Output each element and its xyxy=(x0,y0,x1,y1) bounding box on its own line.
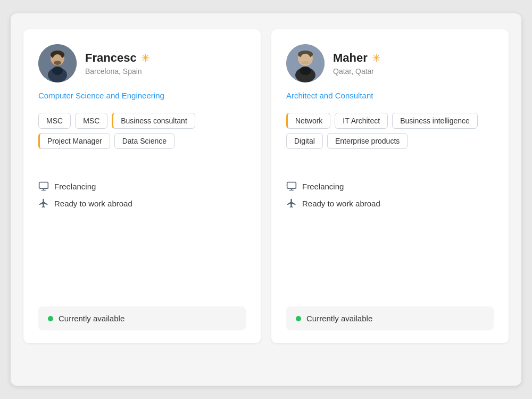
tag-it-architect[interactable]: IT Architect xyxy=(335,113,388,129)
avatar xyxy=(286,44,325,82)
tag-data-science[interactable]: Data Science xyxy=(114,133,174,149)
tag-enterprise-products[interactable]: Enterprise products xyxy=(327,133,408,149)
plane-icon xyxy=(38,198,49,209)
specialty-link[interactable]: Architect and Consultant xyxy=(286,91,494,100)
page-container: Francesc ✳ Barcelona, Spain Computer Sci… xyxy=(11,13,521,386)
travel-item: Ready to work abroad xyxy=(38,198,246,209)
svg-point-6 xyxy=(54,61,61,65)
tag-msc2[interactable]: MSC xyxy=(75,113,107,129)
work-mode-item: Freelancing xyxy=(38,181,246,192)
tag-digital[interactable]: Digital xyxy=(286,133,323,149)
avatar xyxy=(38,44,77,82)
availability-text: Currently available xyxy=(306,314,372,323)
name-row: Maher ✳ xyxy=(333,51,381,65)
availability-bar: Currently available xyxy=(38,306,246,330)
tags-section: Network IT Architect Business intelligen… xyxy=(286,113,494,166)
work-mode-label: Freelancing xyxy=(54,182,96,191)
availability-dot xyxy=(48,316,53,321)
work-mode-label: Freelancing xyxy=(302,182,344,191)
work-info: Freelancing Ready to work abroad xyxy=(286,181,494,209)
tag-business-intelligence[interactable]: Business intelligence xyxy=(392,113,478,129)
travel-item: Ready to work abroad xyxy=(286,198,494,209)
availability-bar: Currently available xyxy=(286,306,494,330)
travel-label: Ready to work abroad xyxy=(302,199,380,208)
svg-rect-17 xyxy=(287,182,296,189)
monitor-icon xyxy=(286,181,297,192)
svg-point-4 xyxy=(52,66,63,75)
tag-msc1[interactable]: MSC xyxy=(38,113,71,129)
location: Barcelona, Spain xyxy=(85,67,150,76)
person-name: Maher xyxy=(333,51,368,65)
plane-icon xyxy=(286,198,297,209)
header-info: Maher ✳ Qatar, Qatar xyxy=(333,51,381,76)
svg-rect-7 xyxy=(39,182,48,189)
name-row: Francesc ✳ xyxy=(85,51,150,65)
availability-text: Currently available xyxy=(59,314,124,323)
tag-network[interactable]: Network xyxy=(286,113,330,129)
work-info: Freelancing Ready to work abroad xyxy=(38,181,246,209)
svg-point-16 xyxy=(300,66,311,75)
tag-business-consultant[interactable]: Business consultant xyxy=(112,113,195,129)
tag-project-manager[interactable]: Project Manager xyxy=(38,133,110,149)
tags-section: MSC MSC Business consultant Project Mana… xyxy=(38,113,246,166)
header-info: Francesc ✳ Barcelona, Spain xyxy=(85,51,150,76)
snowflake-icon: ✳ xyxy=(141,52,150,64)
profile-card-maher: Maher ✳ Qatar, Qatar Architect and Consu… xyxy=(271,29,509,343)
work-mode-item: Freelancing xyxy=(286,181,494,192)
person-name: Francesc xyxy=(85,51,137,65)
location: Qatar, Qatar xyxy=(333,67,381,76)
travel-label: Ready to work abroad xyxy=(54,199,132,208)
specialty-link[interactable]: Computer Science and Engineering xyxy=(38,91,246,100)
profile-card-francesc: Francesc ✳ Barcelona, Spain Computer Sci… xyxy=(23,29,261,343)
svg-point-14 xyxy=(301,61,310,64)
snowflake-icon: ✳ xyxy=(372,52,381,64)
card-header: Francesc ✳ Barcelona, Spain xyxy=(38,44,246,82)
monitor-icon xyxy=(38,181,49,192)
availability-dot xyxy=(296,316,301,321)
card-header: Maher ✳ Qatar, Qatar xyxy=(286,44,494,82)
